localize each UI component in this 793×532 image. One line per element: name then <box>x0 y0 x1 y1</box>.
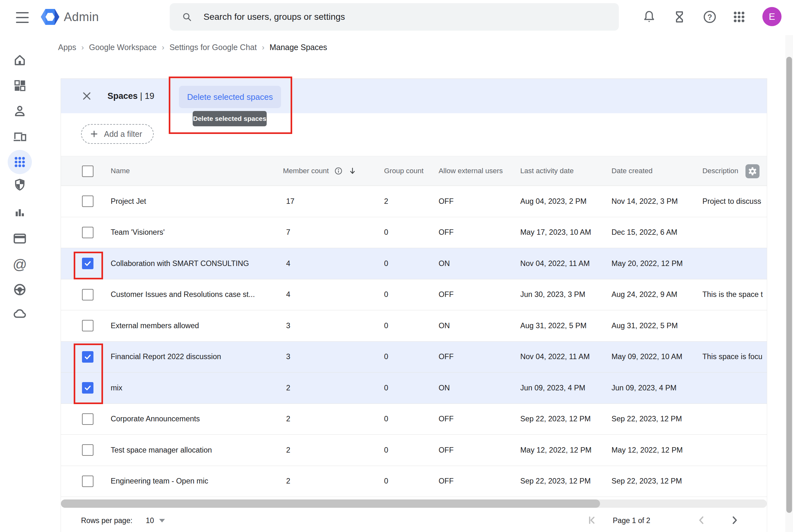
group-count: 0 <box>384 466 388 497</box>
plus-icon <box>89 129 99 139</box>
notifications-bell-icon[interactable] <box>640 8 658 26</box>
row-checkbox[interactable] <box>82 476 93 487</box>
column-settings-gear-icon[interactable] <box>745 164 759 178</box>
table-row[interactable]: Test space manager allocation 2 0 OFF Ma… <box>61 435 767 466</box>
row-checkbox-checked[interactable] <box>82 351 93 363</box>
vertical-scrollbar[interactable] <box>785 35 793 532</box>
sidebar-item-directory[interactable] <box>8 99 32 123</box>
breadcrumb-google-workspace[interactable]: Google Workspace <box>89 43 157 52</box>
sidebar-item-account[interactable]: @ <box>8 252 32 277</box>
description <box>702 310 765 341</box>
delete-selected-spaces-button[interactable]: Delete selected spaces <box>179 86 281 108</box>
sidebar-item-apps[interactable] <box>8 150 32 174</box>
group-count: 0 <box>384 373 388 403</box>
member-count: 7 <box>286 217 290 248</box>
column-group-count[interactable]: Group count <box>384 156 423 186</box>
column-last-activity-date[interactable]: Last activity date <box>520 156 574 186</box>
space-name: Project Jet <box>111 186 277 217</box>
allow-external: OFF <box>439 217 454 248</box>
breadcrumb-apps[interactable]: Apps <box>58 43 76 52</box>
sidebar-item-security[interactable] <box>8 173 32 197</box>
table-row[interactable]: Financial Report 2022 discussion 3 0 OFF… <box>61 342 767 373</box>
row-checkbox[interactable] <box>82 413 93 425</box>
row-checkbox-checked[interactable] <box>82 382 93 394</box>
rows-per-page-value[interactable]: 10 <box>146 516 154 525</box>
description <box>702 248 765 279</box>
admin-logo-icon <box>41 9 59 25</box>
horizontal-scrollbar-thumb[interactable] <box>61 499 600 508</box>
date-created: Aug 24, 2022, 9 AM <box>611 279 677 310</box>
group-count: 0 <box>384 310 388 341</box>
allow-external: OFF <box>439 404 454 435</box>
description: This space is focu <box>702 342 765 373</box>
row-checkbox[interactable] <box>82 289 93 301</box>
sidebar-item-rules[interactable] <box>8 278 32 302</box>
tasks-hourglass-icon[interactable] <box>670 8 689 26</box>
date-created: Sep 22, 2023, 12 PM <box>611 466 682 497</box>
avatar[interactable]: E <box>762 7 781 26</box>
date-created: May 20, 2022, 12 PM <box>611 248 683 279</box>
table-row[interactable]: Team 'Visioners' 7 0 OFF May 17, 2023, 1… <box>61 217 767 248</box>
allow-external: OFF <box>439 279 454 310</box>
group-count: 0 <box>384 248 388 279</box>
column-name[interactable]: Name <box>111 156 277 186</box>
date-created: May 12, 2022, 12 PM <box>611 435 683 466</box>
sidebar-item-dashboard[interactable] <box>8 73 32 98</box>
rows-per-page: Rows per page: 10 <box>81 516 165 525</box>
description <box>702 435 765 466</box>
column-member-count[interactable]: Member count <box>283 156 357 186</box>
row-checkbox[interactable] <box>82 227 93 238</box>
rows-per-page-dropdown-icon[interactable] <box>159 519 165 522</box>
sidebar-item-devices[interactable] <box>8 125 32 149</box>
main-menu-icon[interactable] <box>16 12 29 23</box>
horizontal-scrollbar[interactable] <box>61 499 767 508</box>
breadcrumb-settings-google-chat[interactable]: Settings for Google Chat <box>169 43 257 52</box>
table-row[interactable]: Engineering team - Open mic 2 0 OFF Sep … <box>61 466 767 497</box>
table-row[interactable]: Customer Issues and Resolutions case st.… <box>61 279 767 311</box>
allow-external: ON <box>439 373 450 403</box>
first-page-icon[interactable] <box>586 514 599 527</box>
allow-external: OFF <box>439 186 454 217</box>
date-created: May 09, 2022, 10 AM <box>611 342 682 373</box>
vertical-scrollbar-thumb[interactable] <box>786 57 792 513</box>
apps-grid-icon[interactable] <box>730 8 748 26</box>
allow-external: OFF <box>439 342 454 373</box>
space-name: Financial Report 2022 discussion <box>111 342 277 373</box>
sidebar-item-reporting[interactable] <box>8 201 32 225</box>
chevron-right-icon: › <box>262 43 264 52</box>
last-activity: May 12, 2022, 12 PM <box>520 435 591 466</box>
close-selection-icon[interactable] <box>81 91 92 101</box>
row-checkbox[interactable] <box>82 195 93 207</box>
table-row[interactable]: Project Jet 17 2 OFF Aug 04, 2023, 2 PM … <box>61 186 767 217</box>
sort-descending-icon[interactable] <box>348 167 357 175</box>
delete-tooltip: Delete selected spaces <box>193 111 267 126</box>
group-count: 0 <box>384 435 388 466</box>
row-checkbox[interactable] <box>82 444 93 456</box>
space-name: Test space manager allocation <box>111 435 277 466</box>
table-row[interactable]: Corporate Announcements 2 0 OFF Sep 22, … <box>61 404 767 435</box>
table-header: Name Member count Group count Allo <box>61 156 767 186</box>
row-checkbox-checked[interactable] <box>82 258 93 269</box>
info-icon[interactable] <box>334 167 343 175</box>
column-allow-external-users[interactable]: Allow external users <box>439 156 503 186</box>
member-count: 2 <box>286 466 290 497</box>
next-page-icon[interactable] <box>728 514 741 527</box>
member-count: 4 <box>286 279 290 310</box>
select-all-checkbox[interactable] <box>82 166 93 177</box>
sidebar-item-billing[interactable] <box>8 226 32 251</box>
row-checkbox[interactable] <box>82 320 93 331</box>
sidebar-item-home[interactable] <box>8 48 32 72</box>
chevron-right-icon: › <box>162 43 164 52</box>
help-icon[interactable]: ? <box>700 8 719 26</box>
search-input[interactable]: Search for users, groups or settings <box>170 3 619 31</box>
add-filter-button[interactable]: Add a filter <box>81 124 154 144</box>
table-row[interactable]: Collaboration with SMART CONSULTING 4 0 … <box>61 248 767 279</box>
table-row[interactable]: mix 2 0 ON Jun 09, 2023, 4 PM Jun 09, 20… <box>61 373 767 404</box>
breadcrumb: Apps › Google Workspace › Settings for G… <box>58 43 327 52</box>
group-count: 0 <box>384 404 388 435</box>
sidebar-item-storage[interactable] <box>8 301 32 326</box>
space-name: Engineering team - Open mic <box>111 466 277 497</box>
column-date-created[interactable]: Date created <box>611 156 653 186</box>
previous-page-icon[interactable] <box>695 514 708 527</box>
table-row[interactable]: External members allowed 3 0 ON Aug 31, … <box>61 310 767 342</box>
